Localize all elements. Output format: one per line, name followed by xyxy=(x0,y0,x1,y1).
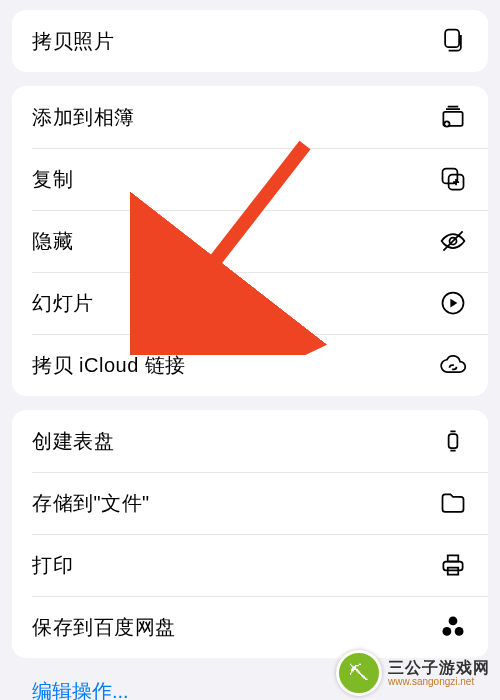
add-to-album-icon xyxy=(438,102,468,132)
action-label: 保存到百度网盘 xyxy=(32,614,176,641)
slideshow-icon xyxy=(438,288,468,318)
action-label: 添加到相簿 xyxy=(32,104,135,131)
edit-actions-link[interactable]: 编辑操作... xyxy=(12,672,488,700)
action-label: 创建表盘 xyxy=(32,428,114,455)
action-label: 打印 xyxy=(32,552,73,579)
save-to-files-icon xyxy=(438,488,468,518)
action-label: 存储到"文件" xyxy=(32,490,150,517)
action-save-to-baidu-pan[interactable]: 保存到百度网盘 xyxy=(12,596,488,658)
share-sheet: 拷贝照片 添加到相簿 复制 xyxy=(0,0,500,700)
action-group: 创建表盘 存储到"文件" 打印 xyxy=(12,410,488,658)
watch-face-icon xyxy=(438,426,468,456)
action-label: 隐藏 xyxy=(32,228,73,255)
baidu-pan-icon xyxy=(438,612,468,642)
icloud-link-icon xyxy=(438,350,468,380)
svg-rect-7 xyxy=(449,434,458,448)
action-copy-icloud-link[interactable]: 拷贝 iCloud 链接 xyxy=(12,334,488,396)
action-duplicate[interactable]: 复制 xyxy=(12,148,488,210)
action-copy-photo[interactable]: 拷贝照片 xyxy=(12,10,488,72)
action-print[interactable]: 打印 xyxy=(12,534,488,596)
hide-icon xyxy=(438,226,468,256)
svg-rect-0 xyxy=(445,30,459,48)
svg-point-13 xyxy=(455,627,464,636)
action-label: 幻灯片 xyxy=(32,290,94,317)
action-hide[interactable]: 隐藏 xyxy=(12,210,488,272)
action-label: 复制 xyxy=(32,166,73,193)
duplicate-icon xyxy=(438,164,468,194)
edit-actions-label: 编辑操作... xyxy=(32,680,129,700)
svg-point-11 xyxy=(449,617,458,626)
svg-point-12 xyxy=(443,627,452,636)
action-slideshow[interactable]: 幻灯片 xyxy=(12,272,488,334)
action-save-to-files[interactable]: 存储到"文件" xyxy=(12,472,488,534)
action-label: 拷贝照片 xyxy=(32,28,114,55)
action-create-watch-face[interactable]: 创建表盘 xyxy=(12,410,488,472)
print-icon xyxy=(438,550,468,580)
svg-rect-9 xyxy=(448,555,459,561)
copy-photo-icon xyxy=(438,26,468,56)
svg-rect-8 xyxy=(443,562,462,571)
action-group: 拷贝照片 xyxy=(12,10,488,72)
action-label: 拷贝 iCloud 链接 xyxy=(32,352,186,379)
action-add-to-album[interactable]: 添加到相簿 xyxy=(12,86,488,148)
action-group: 添加到相簿 复制 隐藏 xyxy=(12,86,488,396)
